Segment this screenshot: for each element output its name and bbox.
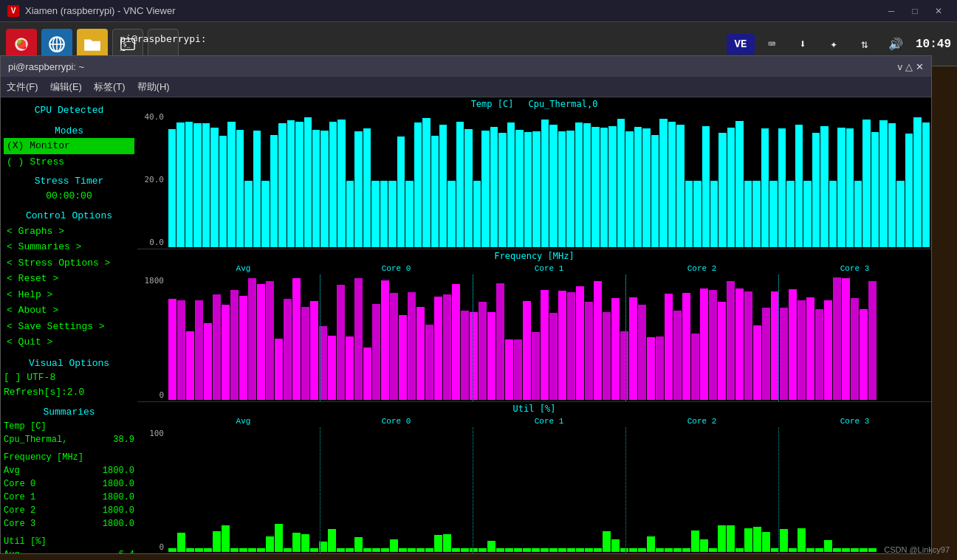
temp-bar [846,128,854,247]
ctrl-summaries[interactable]: < Summaries > [4,239,134,255]
terminal-window-controls[interactable]: v △ ✕ [898,61,925,72]
ve-badge: VE [727,34,755,55]
freq-bar [168,299,176,400]
util-bar [328,529,336,552]
freq-bar [328,336,336,400]
util-bar [824,540,832,552]
temp-bar [371,181,379,247]
util-y-axis: 100 0 [137,427,167,553]
util-chart-header: Util [%] [137,402,931,415]
window-controls[interactable]: ─ □ ✕ [880,0,950,22]
charts-area: Temp [C] Cpu_Thermal,0 40.0 20.0 0.0 Fre… [137,97,931,553]
util-avg-label: Avg [4,548,20,554]
ctrl-help[interactable]: < Help > [4,287,134,303]
util-bar [292,533,301,552]
freq-bar [585,302,593,400]
temp-bar [304,117,312,247]
temp-bar [295,122,303,248]
freq-divider [320,274,320,401]
temp-bar [617,119,625,248]
ctrl-reset[interactable]: < Reset > [4,271,134,287]
util-divider [320,427,320,553]
freq-bar [603,312,611,400]
freq-core1-label: Core 1 [4,491,35,504]
temp-bar [337,120,345,247]
freq-bar [204,323,212,400]
util-bar [496,548,504,552]
close-button[interactable]: ✕ [927,0,950,22]
ctrl-save-settings[interactable]: < Save Settings > [4,319,134,335]
util-bar [735,548,744,552]
temp-bar [524,132,532,247]
menu-edit[interactable]: 编辑(E) [50,80,82,94]
temp-bar [812,133,820,247]
terminal-maximize[interactable]: △ [905,61,913,72]
freq-bar [673,311,682,399]
freq-bar [248,278,256,400]
freq-bar [833,277,841,399]
util-bar [868,548,877,552]
util-avg-col: Avg [167,417,320,426]
freq-core2-value: 1800.0 [103,504,134,517]
util-bar [434,535,442,552]
freq-core2-row: Core 2 1800.0 [4,504,134,517]
terminal-chevron-down[interactable]: v [898,61,903,72]
menu-tags[interactable]: 标签(T) [94,80,126,94]
util-bar [470,548,478,552]
visual-utf8[interactable]: [ ] UTF-8 [4,370,134,385]
util-bar [478,548,487,552]
freq-core1-row: Core 1 1800.0 [4,491,134,504]
download-icon[interactable]: ⬇ [789,30,817,58]
terminal-title-bar: pi@raspberrypi: ~ v △ ✕ [1,56,931,77]
freq-avg-col: Avg [167,264,320,273]
temp-bar [803,181,811,247]
util-chart-container: 100 0 [137,427,931,553]
temp-bar [913,117,921,247]
control-options-label: Control Options [4,209,134,224]
modes-label: Modes [4,124,134,139]
summaries-label: Summaries [4,405,134,420]
clock: 10:49 [916,38,951,51]
freq-bar [789,289,797,400]
util-divider [778,427,779,553]
freq-avg-value: 1800.0 [103,464,134,477]
freq-bar [665,294,673,400]
util-bar [213,531,221,552]
util-bar [230,548,239,552]
temp-cpu-label: Cpu_Thermal, [4,433,67,446]
bluetooth-icon[interactable]: ✦ [820,30,848,58]
temp-bar [795,125,803,247]
util-bar [620,548,628,552]
temp-bar [549,125,557,248]
temp-bars-container [167,111,931,249]
mode-stress[interactable]: ( ) Stress [4,154,134,170]
mode-monitor[interactable]: (X) Monitor [4,138,134,154]
ctrl-about[interactable]: < About > [4,303,134,319]
temp-bar [718,133,726,248]
util-bar [337,548,345,552]
ctrl-quit[interactable]: < Quit > [4,334,134,350]
maximize-button[interactable]: □ [904,0,926,22]
ctrl-graphs[interactable]: < Graphs > [4,224,134,240]
menu-help[interactable]: 帮助(H) [137,80,170,94]
ctrl-stress-options[interactable]: < Stress Options > [4,255,134,272]
menu-file[interactable]: 文件(F) [7,80,38,94]
util-bar [789,548,797,552]
freq-bar [177,300,185,400]
temp-bar [236,130,244,248]
temp-bar [837,128,845,248]
taskbar-right: VE ⌨ ⬇ ✦ ⇅ 🔊 10:49 [727,30,951,58]
freq-avg-label: Avg [4,464,20,477]
volume-icon[interactable]: 🔊 [882,30,910,58]
freq-bar [691,333,699,399]
terminal-close[interactable]: ✕ [916,61,924,72]
keyboard-icon[interactable]: ⌨ [758,30,786,58]
freq-divider [625,274,626,401]
freq-bar [292,278,301,400]
temp-bar [820,126,828,247]
util-bar [204,548,212,552]
util-chart-labels: Avg Core 0 Core 1 Core 2 Core 3 [137,415,931,427]
util-bar [461,548,469,552]
network-icon[interactable]: ⇅ [851,30,879,58]
minimize-button[interactable]: ─ [880,0,902,22]
